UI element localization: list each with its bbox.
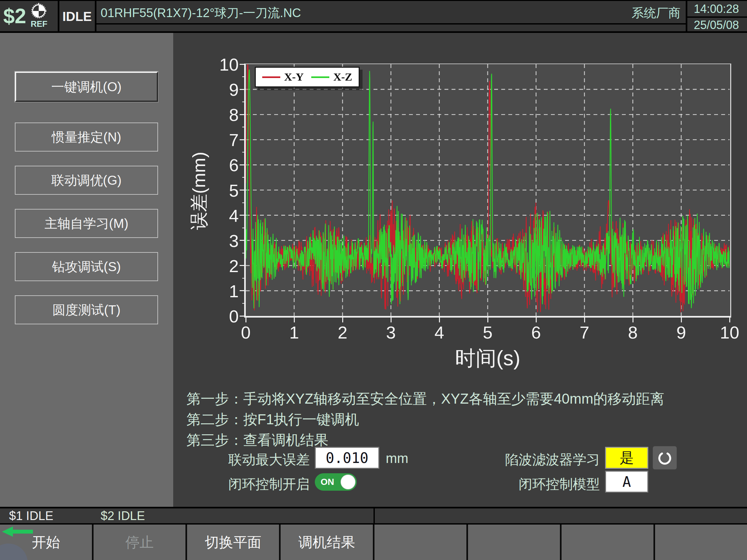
error-chart-canvas	[246, 64, 729, 316]
x-tick-label: 8	[615, 322, 650, 342]
header-divider	[95, 1, 97, 32]
vendor-label: 系统厂商	[548, 5, 680, 21]
notch-filter-value[interactable]: 是	[605, 447, 648, 469]
softkey-switch-plane[interactable]: 切换平面	[187, 525, 281, 560]
reference-point-icon	[31, 3, 47, 18]
y-tick-label: 9	[203, 80, 239, 100]
legend-item-xz: X-Z	[311, 71, 352, 83]
x-tick-mark	[487, 318, 488, 322]
x-tick-label: 10	[712, 322, 747, 342]
legend-label-xz: X-Z	[333, 71, 352, 83]
softkey-tuning-result[interactable]: 调机结果	[281, 525, 374, 560]
x-tick-label: 3	[373, 322, 409, 342]
back-arrow-icon[interactable]	[2, 526, 33, 537]
y-tick-mark	[240, 215, 245, 216]
header-bar: $2 REF IDLE 01RHF55(R1X7)-12°球刀-一刀流.NC 系…	[0, 0, 747, 31]
loop-model-value[interactable]: A	[605, 471, 648, 492]
x-tick-label: 1	[277, 322, 312, 342]
softkey-bar: 开始 停止 切换平面 调机结果	[0, 525, 747, 560]
y-tick-label: 10	[203, 54, 239, 75]
y-minor-tick-mark	[242, 177, 245, 178]
sidebar-button-roundness-test[interactable]: 圆度测试(T)	[15, 295, 158, 324]
y-minor-tick-mark	[242, 303, 245, 304]
softkey-empty-6	[468, 525, 562, 560]
legend-label-xy: X-Y	[284, 71, 304, 83]
x-tick-label: 7	[567, 322, 602, 342]
xy-series-swatch	[262, 76, 280, 78]
x-tick-mark	[439, 318, 440, 322]
channel2-status: $2 IDLE	[101, 509, 145, 523]
channel1-status: $1 IDLE	[9, 509, 53, 523]
loop-model-label: 闭环控制模型	[484, 475, 600, 493]
sidebar-button-linkage-tuning[interactable]: 联动调优(G)	[15, 166, 158, 195]
machine-state: IDLE	[59, 1, 95, 32]
chart-legend: X-Y X-Z	[255, 67, 360, 87]
y-tick-mark	[240, 265, 245, 266]
y-tick-label: 1	[203, 281, 239, 301]
step-instruction-2: 第二步：按F1执行一键调机	[186, 410, 744, 429]
header-divider	[97, 23, 686, 25]
y-minor-tick-mark	[242, 228, 245, 228]
y-minor-tick-mark	[242, 102, 245, 102]
max-error-input[interactable]: 0.010	[315, 447, 379, 469]
y-tick-mark	[240, 190, 245, 190]
function-sidebar: 一键调机(O) 惯量推定(N) 联动调优(G) 主轴自学习(M) 钻攻调试(S)…	[0, 33, 173, 507]
softkey-stop: 停止	[94, 525, 187, 560]
x-tick-label: 0	[228, 322, 263, 342]
sidebar-button-spindle-self-learning[interactable]: 主轴自学习(M)	[15, 209, 158, 238]
closed-loop-label: 闭环控制开启	[194, 475, 310, 493]
x-tick-label: 4	[421, 322, 457, 342]
xz-series-swatch	[311, 76, 329, 78]
x-tick-mark	[391, 318, 391, 322]
y-tick-mark	[240, 139, 245, 140]
max-error-label: 联动最大误差	[194, 451, 310, 469]
y-tick-mark	[240, 164, 245, 165]
sidebar-button-drill-tap-debug[interactable]: 钻攻调试(S)	[15, 252, 158, 281]
x-tick-mark	[246, 318, 247, 322]
closed-loop-toggle[interactable]: ON	[315, 473, 357, 491]
ref-label: REF	[28, 19, 50, 29]
x-tick-mark	[633, 318, 634, 322]
sidebar-button-inertia-estimation[interactable]: 惯量推定(N)	[15, 123, 158, 152]
channel-label: $2	[3, 4, 26, 28]
x-tick-mark	[681, 318, 682, 322]
program-name: 01RHF55(R1X7)-12°球刀-一刀流.NC	[101, 5, 585, 21]
y-minor-tick-mark	[242, 127, 245, 127]
status-divider	[374, 508, 375, 523]
clock-date: 25/05/08	[687, 18, 745, 32]
y-tick-mark	[240, 114, 245, 115]
step-instruction-1: 第一步：手动将XYZ轴移动至安全位置，XYZ各轴至少需要40mm的移动距离	[186, 390, 744, 408]
sidebar-button-one-key-tuning[interactable]: 一键调机(O)	[15, 72, 158, 102]
y-tick-mark	[240, 240, 245, 241]
header-divider	[687, 17, 747, 18]
y-minor-tick-mark	[242, 203, 245, 203]
x-tick-label: 6	[518, 322, 554, 342]
softkey-empty-7	[562, 525, 655, 560]
refresh-icon	[656, 449, 673, 466]
y-minor-tick-mark	[242, 152, 245, 153]
notch-refresh-button[interactable]	[653, 446, 677, 470]
toggle-on-text: ON	[320, 473, 334, 491]
x-tick-mark	[584, 318, 585, 322]
y-tick-mark	[240, 316, 245, 317]
x-tick-mark	[342, 318, 343, 322]
y-tick-mark	[240, 64, 245, 65]
softkey-empty-5	[375, 525, 468, 560]
y-minor-tick-mark	[242, 253, 245, 254]
toggle-knob	[341, 475, 356, 489]
x-tick-label: 5	[470, 322, 506, 342]
legend-item-xy: X-Y	[262, 71, 304, 83]
x-tick-mark	[294, 318, 295, 322]
softkey-empty-8	[655, 525, 747, 560]
y-minor-tick-mark	[242, 278, 245, 278]
notch-filter-label: 陷波滤波器学习	[484, 451, 600, 469]
machine-tuning-screen: $2 REF IDLE 01RHF55(R1X7)-12°球刀-一刀流.NC 系…	[0, 0, 747, 560]
y-axis-title: 误差(mm)	[187, 107, 212, 275]
x-axis-title: 时间(s)	[423, 344, 552, 372]
y-tick-mark	[240, 89, 245, 90]
clock-time: 14:00:28	[687, 2, 745, 16]
x-tick-mark	[536, 318, 537, 322]
x-tick-label: 2	[325, 322, 360, 342]
y-tick-mark	[240, 290, 245, 291]
x-tick-label: 9	[664, 322, 699, 342]
